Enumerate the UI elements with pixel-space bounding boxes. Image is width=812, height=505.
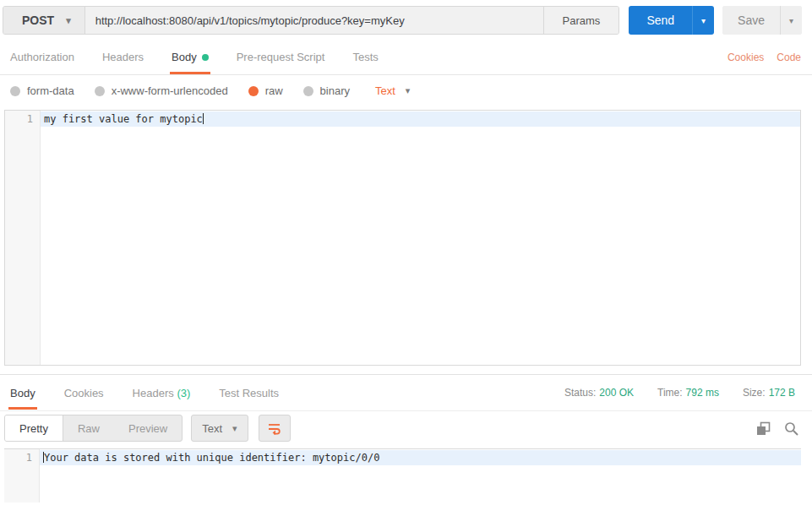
text-cursor bbox=[203, 113, 204, 124]
send-button[interactable]: Send bbox=[629, 6, 692, 35]
response-tab-headers-label: Headers bbox=[133, 387, 174, 399]
view-pretty-button[interactable]: Pretty bbox=[5, 415, 63, 441]
response-editor-content[interactable]: Your data is stored with unique identifi… bbox=[40, 449, 801, 502]
response-tab-body[interactable]: Body bbox=[8, 376, 37, 410]
radio-binary[interactable]: binary bbox=[303, 84, 350, 97]
time-label: Time: bbox=[657, 387, 683, 399]
response-tab-headers[interactable]: Headers (3) bbox=[131, 376, 193, 410]
headers-count-badge: (3) bbox=[177, 387, 190, 399]
radio-raw[interactable]: raw bbox=[248, 84, 283, 97]
response-format-label: Text bbox=[202, 422, 222, 435]
chevron-down-icon: ▾ bbox=[66, 16, 71, 25]
response-meta: Status:200 OK Time:792 ms Size:172 B bbox=[541, 387, 795, 399]
request-editor-line: my first value for mytopic bbox=[41, 111, 800, 127]
radio-selected-icon bbox=[248, 86, 259, 96]
response-editor-gutter: 1 bbox=[4, 449, 40, 502]
response-body-editor[interactable]: 1 Your data is stored with unique identi… bbox=[4, 448, 801, 502]
view-preview-button[interactable]: Preview bbox=[114, 415, 182, 441]
request-editor-gutter: 1 bbox=[5, 111, 41, 365]
tab-body-label: Body bbox=[172, 51, 197, 63]
size-badge: Size:172 B bbox=[743, 387, 795, 399]
copy-icon[interactable] bbox=[756, 421, 771, 436]
raw-format-select[interactable]: Text ▾ bbox=[375, 84, 410, 97]
params-button[interactable]: Params bbox=[543, 7, 619, 34]
code-link[interactable]: Code bbox=[777, 52, 801, 63]
time-value: 792 ms bbox=[686, 387, 719, 399]
radio-binary-label: binary bbox=[320, 84, 350, 97]
status-label: Status: bbox=[564, 387, 596, 399]
save-options-caret[interactable]: ▾ bbox=[780, 6, 802, 35]
response-section: Body Cookies Headers (3) Test Results St… bbox=[0, 374, 812, 502]
response-tab-test-results[interactable]: Test Results bbox=[217, 376, 281, 410]
response-tabs: Body Cookies Headers (3) Test Results St… bbox=[0, 375, 812, 411]
time-badge: Time:792 ms bbox=[657, 387, 719, 399]
radio-icon bbox=[10, 86, 20, 96]
search-icon[interactable] bbox=[784, 421, 798, 436]
status-value: 200 OK bbox=[599, 387, 634, 399]
cookies-link[interactable]: Cookies bbox=[728, 52, 764, 63]
response-toolbar: Pretty Raw Preview Text ▾ bbox=[0, 411, 812, 445]
tab-body[interactable]: Body bbox=[170, 41, 210, 74]
save-button[interactable]: Save bbox=[722, 6, 780, 35]
status-badge: Status:200 OK bbox=[564, 387, 634, 399]
size-label: Size: bbox=[743, 387, 766, 399]
send-options-caret[interactable]: ▾ bbox=[692, 6, 714, 35]
chevron-down-icon: ▾ bbox=[406, 86, 411, 95]
line-number: 1 bbox=[5, 111, 33, 127]
wrap-text-icon bbox=[267, 421, 282, 435]
wrap-text-button[interactable] bbox=[259, 415, 291, 442]
response-editor-line: Your data is stored with unique identifi… bbox=[40, 450, 801, 465]
url-group: POST ▾ Params bbox=[3, 6, 619, 35]
http-method-select[interactable]: POST ▾ bbox=[3, 7, 85, 34]
http-method-label: POST bbox=[22, 14, 54, 27]
request-tabs: Authorization Headers Body Pre-request S… bbox=[0, 41, 812, 75]
radio-x-www-form-urlencoded[interactable]: x-www-form-urlencoded bbox=[95, 84, 228, 97]
request-body-text: my first value for mytopic bbox=[44, 113, 203, 125]
raw-format-label: Text bbox=[375, 84, 395, 97]
size-value: 172 B bbox=[769, 387, 795, 399]
line-number: 1 bbox=[4, 450, 32, 465]
response-body-text: Your data is stored with unique identifi… bbox=[44, 452, 379, 464]
tab-pre-request-script[interactable]: Pre-request Script bbox=[235, 41, 327, 74]
tab-headers[interactable]: Headers bbox=[101, 41, 145, 74]
response-view-mode-group: Pretty Raw Preview bbox=[4, 415, 183, 442]
body-filled-dot-icon bbox=[202, 54, 209, 61]
url-input[interactable] bbox=[85, 7, 543, 34]
tab-authorization[interactable]: Authorization bbox=[8, 41, 76, 74]
request-editor-content[interactable]: my first value for mytopic bbox=[41, 111, 800, 365]
radio-form-data[interactable]: form-data bbox=[10, 84, 74, 97]
view-raw-button[interactable]: Raw bbox=[63, 415, 114, 441]
body-type-row: form-data x-www-form-urlencoded raw bina… bbox=[0, 75, 812, 106]
tab-tests[interactable]: Tests bbox=[351, 41, 379, 74]
save-button-group: Save ▾ bbox=[722, 6, 802, 35]
radio-icon bbox=[303, 86, 313, 96]
request-bar: POST ▾ Params Send ▾ Save ▾ bbox=[0, 0, 812, 41]
response-format-select[interactable]: Text ▾ bbox=[191, 415, 248, 442]
radio-icon bbox=[95, 86, 105, 96]
chevron-down-icon: ▾ bbox=[232, 424, 237, 433]
radio-form-data-label: form-data bbox=[27, 84, 74, 97]
request-body-editor[interactable]: 1 my first value for mytopic bbox=[4, 110, 801, 366]
radio-urlencoded-label: x-www-form-urlencoded bbox=[112, 84, 228, 97]
response-tab-cookies[interactable]: Cookies bbox=[63, 376, 106, 410]
send-button-group: Send ▾ bbox=[629, 6, 714, 35]
radio-raw-label: raw bbox=[265, 84, 283, 97]
